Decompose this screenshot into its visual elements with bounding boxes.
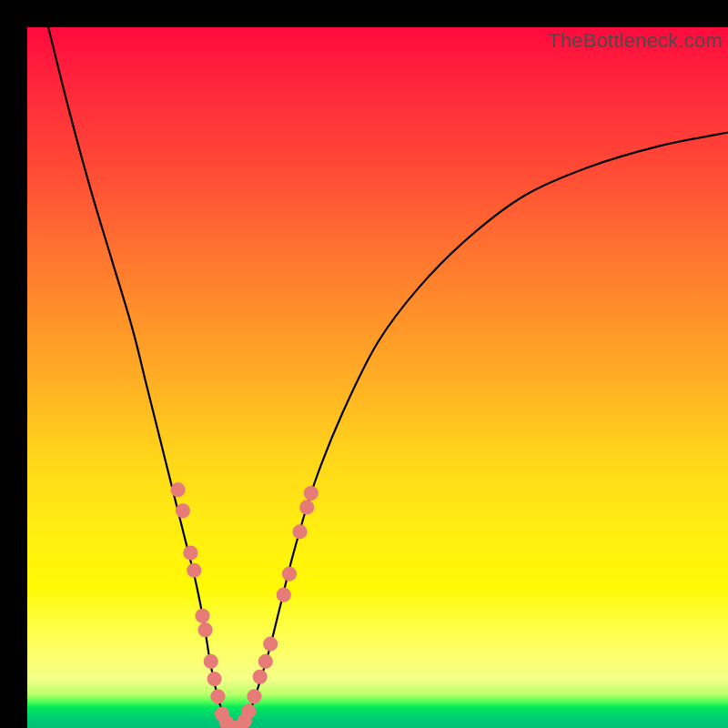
data-marker xyxy=(292,524,307,539)
data-marker xyxy=(170,482,185,497)
data-marker xyxy=(204,654,218,669)
data-marker xyxy=(299,500,314,514)
data-marker xyxy=(195,609,209,623)
data-marker xyxy=(253,670,268,684)
data-marker xyxy=(263,637,278,652)
data-marker xyxy=(277,588,291,602)
data-marker xyxy=(176,503,190,518)
data-marker xyxy=(183,545,197,560)
chart-svg xyxy=(27,27,728,728)
data-marker xyxy=(197,622,212,637)
marker-group xyxy=(170,482,318,728)
data-marker xyxy=(282,567,297,581)
data-marker xyxy=(207,672,222,686)
data-marker xyxy=(187,563,201,578)
data-marker xyxy=(210,689,225,703)
chart-frame: TheBottleneck.com xyxy=(0,0,728,728)
bottleneck-curve xyxy=(48,27,728,728)
plot-area: TheBottleneck.com xyxy=(27,27,728,728)
data-marker xyxy=(241,703,256,718)
data-marker xyxy=(304,486,318,500)
data-marker xyxy=(258,654,273,669)
data-marker xyxy=(247,689,261,703)
